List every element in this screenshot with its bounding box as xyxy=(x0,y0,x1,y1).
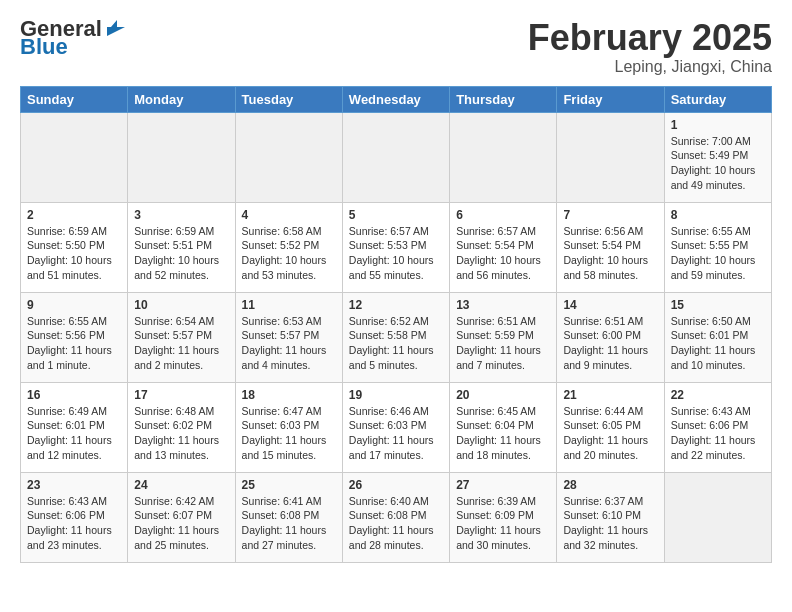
table-row: 7Sunrise: 6:56 AM Sunset: 5:54 PM Daylig… xyxy=(557,202,664,292)
day-info: Sunrise: 6:54 AM Sunset: 5:57 PM Dayligh… xyxy=(134,314,228,373)
calendar-location: Leping, Jiangxi, China xyxy=(528,58,772,76)
table-row: 27Sunrise: 6:39 AM Sunset: 6:09 PM Dayli… xyxy=(450,472,557,562)
day-info: Sunrise: 6:43 AM Sunset: 6:06 PM Dayligh… xyxy=(671,404,765,463)
day-number: 28 xyxy=(563,478,657,492)
table-row: 24Sunrise: 6:42 AM Sunset: 6:07 PM Dayli… xyxy=(128,472,235,562)
day-info: Sunrise: 6:47 AM Sunset: 6:03 PM Dayligh… xyxy=(242,404,336,463)
day-info: Sunrise: 6:57 AM Sunset: 5:53 PM Dayligh… xyxy=(349,224,443,283)
day-number: 17 xyxy=(134,388,228,402)
day-number: 25 xyxy=(242,478,336,492)
day-info: Sunrise: 6:58 AM Sunset: 5:52 PM Dayligh… xyxy=(242,224,336,283)
calendar-week-row: 1Sunrise: 7:00 AM Sunset: 5:49 PM Daylig… xyxy=(21,112,772,202)
day-number: 18 xyxy=(242,388,336,402)
day-info: Sunrise: 6:43 AM Sunset: 6:06 PM Dayligh… xyxy=(27,494,121,553)
calendar-week-row: 23Sunrise: 6:43 AM Sunset: 6:06 PM Dayli… xyxy=(21,472,772,562)
svg-marker-0 xyxy=(107,20,125,36)
day-info: Sunrise: 6:59 AM Sunset: 5:51 PM Dayligh… xyxy=(134,224,228,283)
day-number: 5 xyxy=(349,208,443,222)
logo-icon xyxy=(103,18,125,40)
day-number: 19 xyxy=(349,388,443,402)
day-number: 26 xyxy=(349,478,443,492)
table-row: 26Sunrise: 6:40 AM Sunset: 6:08 PM Dayli… xyxy=(342,472,449,562)
day-info: Sunrise: 6:41 AM Sunset: 6:08 PM Dayligh… xyxy=(242,494,336,553)
table-row: 13Sunrise: 6:51 AM Sunset: 5:59 PM Dayli… xyxy=(450,292,557,382)
table-row xyxy=(235,112,342,202)
table-row: 4Sunrise: 6:58 AM Sunset: 5:52 PM Daylig… xyxy=(235,202,342,292)
day-info: Sunrise: 6:51 AM Sunset: 5:59 PM Dayligh… xyxy=(456,314,550,373)
day-info: Sunrise: 6:49 AM Sunset: 6:01 PM Dayligh… xyxy=(27,404,121,463)
day-number: 21 xyxy=(563,388,657,402)
table-row: 2Sunrise: 6:59 AM Sunset: 5:50 PM Daylig… xyxy=(21,202,128,292)
col-saturday: Saturday xyxy=(664,86,771,112)
calendar-table: Sunday Monday Tuesday Wednesday Thursday… xyxy=(20,86,772,563)
day-info: Sunrise: 6:50 AM Sunset: 6:01 PM Dayligh… xyxy=(671,314,765,373)
col-thursday: Thursday xyxy=(450,86,557,112)
page: General Blue February 2025 Leping, Jiang… xyxy=(0,0,792,581)
table-row: 6Sunrise: 6:57 AM Sunset: 5:54 PM Daylig… xyxy=(450,202,557,292)
day-info: Sunrise: 7:00 AM Sunset: 5:49 PM Dayligh… xyxy=(671,134,765,193)
day-info: Sunrise: 6:55 AM Sunset: 5:55 PM Dayligh… xyxy=(671,224,765,283)
table-row: 18Sunrise: 6:47 AM Sunset: 6:03 PM Dayli… xyxy=(235,382,342,472)
day-number: 11 xyxy=(242,298,336,312)
day-info: Sunrise: 6:46 AM Sunset: 6:03 PM Dayligh… xyxy=(349,404,443,463)
table-row: 12Sunrise: 6:52 AM Sunset: 5:58 PM Dayli… xyxy=(342,292,449,382)
col-wednesday: Wednesday xyxy=(342,86,449,112)
table-row xyxy=(450,112,557,202)
calendar-week-row: 9Sunrise: 6:55 AM Sunset: 5:56 PM Daylig… xyxy=(21,292,772,382)
day-info: Sunrise: 6:55 AM Sunset: 5:56 PM Dayligh… xyxy=(27,314,121,373)
calendar-title: February 2025 xyxy=(528,18,772,58)
calendar-week-row: 16Sunrise: 6:49 AM Sunset: 6:01 PM Dayli… xyxy=(21,382,772,472)
day-info: Sunrise: 6:39 AM Sunset: 6:09 PM Dayligh… xyxy=(456,494,550,553)
title-block: February 2025 Leping, Jiangxi, China xyxy=(528,18,772,76)
calendar-header-row: Sunday Monday Tuesday Wednesday Thursday… xyxy=(21,86,772,112)
day-number: 13 xyxy=(456,298,550,312)
table-row: 5Sunrise: 6:57 AM Sunset: 5:53 PM Daylig… xyxy=(342,202,449,292)
table-row xyxy=(664,472,771,562)
col-friday: Friday xyxy=(557,86,664,112)
day-number: 24 xyxy=(134,478,228,492)
day-number: 10 xyxy=(134,298,228,312)
day-number: 27 xyxy=(456,478,550,492)
table-row: 22Sunrise: 6:43 AM Sunset: 6:06 PM Dayli… xyxy=(664,382,771,472)
day-number: 15 xyxy=(671,298,765,312)
day-number: 1 xyxy=(671,118,765,132)
day-info: Sunrise: 6:56 AM Sunset: 5:54 PM Dayligh… xyxy=(563,224,657,283)
day-number: 6 xyxy=(456,208,550,222)
table-row: 20Sunrise: 6:45 AM Sunset: 6:04 PM Dayli… xyxy=(450,382,557,472)
day-number: 8 xyxy=(671,208,765,222)
day-info: Sunrise: 6:53 AM Sunset: 5:57 PM Dayligh… xyxy=(242,314,336,373)
day-info: Sunrise: 6:48 AM Sunset: 6:02 PM Dayligh… xyxy=(134,404,228,463)
table-row: 8Sunrise: 6:55 AM Sunset: 5:55 PM Daylig… xyxy=(664,202,771,292)
day-info: Sunrise: 6:40 AM Sunset: 6:08 PM Dayligh… xyxy=(349,494,443,553)
day-number: 12 xyxy=(349,298,443,312)
table-row xyxy=(128,112,235,202)
table-row: 9Sunrise: 6:55 AM Sunset: 5:56 PM Daylig… xyxy=(21,292,128,382)
table-row: 1Sunrise: 7:00 AM Sunset: 5:49 PM Daylig… xyxy=(664,112,771,202)
day-number: 2 xyxy=(27,208,121,222)
table-row: 25Sunrise: 6:41 AM Sunset: 6:08 PM Dayli… xyxy=(235,472,342,562)
day-info: Sunrise: 6:37 AM Sunset: 6:10 PM Dayligh… xyxy=(563,494,657,553)
day-info: Sunrise: 6:59 AM Sunset: 5:50 PM Dayligh… xyxy=(27,224,121,283)
table-row: 3Sunrise: 6:59 AM Sunset: 5:51 PM Daylig… xyxy=(128,202,235,292)
table-row: 16Sunrise: 6:49 AM Sunset: 6:01 PM Dayli… xyxy=(21,382,128,472)
day-number: 3 xyxy=(134,208,228,222)
day-number: 14 xyxy=(563,298,657,312)
table-row: 19Sunrise: 6:46 AM Sunset: 6:03 PM Dayli… xyxy=(342,382,449,472)
table-row: 10Sunrise: 6:54 AM Sunset: 5:57 PM Dayli… xyxy=(128,292,235,382)
day-number: 4 xyxy=(242,208,336,222)
logo-blue-text: Blue xyxy=(20,36,68,58)
table-row: 11Sunrise: 6:53 AM Sunset: 5:57 PM Dayli… xyxy=(235,292,342,382)
day-number: 9 xyxy=(27,298,121,312)
table-row: 21Sunrise: 6:44 AM Sunset: 6:05 PM Dayli… xyxy=(557,382,664,472)
day-number: 23 xyxy=(27,478,121,492)
day-number: 22 xyxy=(671,388,765,402)
table-row xyxy=(21,112,128,202)
day-number: 20 xyxy=(456,388,550,402)
day-number: 7 xyxy=(563,208,657,222)
col-monday: Monday xyxy=(128,86,235,112)
table-row xyxy=(342,112,449,202)
table-row: 23Sunrise: 6:43 AM Sunset: 6:06 PM Dayli… xyxy=(21,472,128,562)
day-info: Sunrise: 6:57 AM Sunset: 5:54 PM Dayligh… xyxy=(456,224,550,283)
col-sunday: Sunday xyxy=(21,86,128,112)
day-info: Sunrise: 6:42 AM Sunset: 6:07 PM Dayligh… xyxy=(134,494,228,553)
